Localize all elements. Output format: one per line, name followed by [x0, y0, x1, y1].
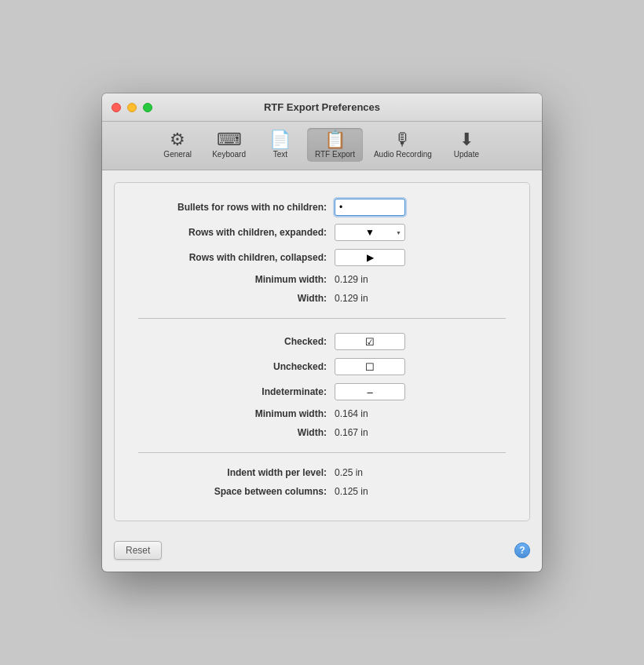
- text-icon: 📄: [269, 131, 291, 148]
- tab-update[interactable]: ⬇ Update: [443, 128, 490, 162]
- input-indeterminate[interactable]: –: [335, 383, 405, 400]
- audio-recording-icon: 🎙: [394, 131, 412, 148]
- field-row-checked: Checked: ☑: [138, 333, 506, 350]
- preferences-window: RTF Export Preferences ⚙ General ⌨ Keybo…: [102, 93, 542, 572]
- field-row-rows-collapsed: Rows with children, collapsed: ▶: [138, 249, 506, 266]
- value-width-2: 0.167 in: [335, 427, 368, 438]
- dropdown-rows-expanded[interactable]: ▼: [335, 224, 405, 241]
- minimize-button[interactable]: [127, 103, 137, 112]
- bullets-section: Bullets for rows with no children: Rows …: [138, 199, 506, 304]
- rows-collapsed-value: ▶: [367, 252, 374, 263]
- tab-general[interactable]: ⚙ General: [154, 128, 201, 162]
- maximize-button[interactable]: [143, 103, 152, 112]
- title-bar: RTF Export Preferences: [102, 93, 542, 122]
- main-content: Bullets for rows with no children: Rows …: [114, 182, 530, 521]
- field-row-space-columns: Space between columns: 0.125 in: [138, 486, 506, 497]
- input-unchecked[interactable]: ☐: [335, 358, 405, 375]
- field-row-width-2: Width: 0.167 in: [138, 427, 506, 438]
- help-button[interactable]: ?: [514, 543, 530, 558]
- tab-audio-recording-label: Audio Recording: [374, 150, 432, 159]
- update-icon: ⬇: [459, 131, 474, 148]
- close-button[interactable]: [112, 103, 121, 112]
- label-rows-collapsed: Rows with children, collapsed:: [138, 252, 335, 263]
- label-width-1: Width:: [138, 293, 335, 304]
- label-min-width-2: Minimum width:: [138, 408, 335, 419]
- checkboxes-section: Checked: ☑ Unchecked: ☐ Indeterminate: –…: [138, 333, 506, 438]
- field-row-indent-width: Indent width per level: 0.25 in: [138, 467, 506, 478]
- label-indeterminate: Indeterminate:: [138, 386, 335, 397]
- tab-rtf-export-label: RTF Export: [315, 150, 355, 159]
- field-row-min-width-1: Minimum width: 0.129 in: [138, 274, 506, 285]
- label-checked: Checked:: [138, 336, 335, 347]
- label-unchecked: Unchecked:: [138, 361, 335, 372]
- label-min-width-1: Minimum width:: [138, 274, 335, 285]
- input-bullets-no-children[interactable]: [335, 199, 405, 216]
- tab-audio-recording[interactable]: 🎙 Audio Recording: [366, 128, 440, 162]
- window-controls: [112, 103, 152, 112]
- field-row-unchecked: Unchecked: ☐: [138, 358, 506, 375]
- field-row-min-width-2: Minimum width: 0.164 in: [138, 408, 506, 419]
- reset-button[interactable]: Reset: [114, 541, 162, 560]
- input-rows-collapsed[interactable]: ▶: [335, 249, 405, 266]
- value-space-columns: 0.125 in: [335, 486, 368, 497]
- checked-symbol: ☑: [365, 336, 375, 348]
- field-row-rows-expanded: Rows with children, expanded: ▼: [138, 224, 506, 241]
- tab-general-label: General: [163, 150, 192, 159]
- value-min-width-1: 0.129 in: [335, 274, 368, 285]
- tab-keyboard[interactable]: ⌨ Keyboard: [204, 128, 254, 162]
- rtf-export-icon: 📋: [324, 131, 346, 148]
- tab-keyboard-label: Keyboard: [212, 150, 246, 159]
- tab-text[interactable]: 📄 Text: [257, 128, 304, 162]
- value-min-width-2: 0.164 in: [335, 408, 368, 419]
- input-checked[interactable]: ☑: [335, 333, 405, 350]
- field-row-indeterminate: Indeterminate: –: [138, 383, 506, 400]
- value-indent-width: 0.25 in: [335, 467, 363, 478]
- dropdown-rows-expanded-value: ▼: [365, 227, 375, 238]
- label-space-columns: Space between columns:: [138, 486, 335, 497]
- divider-2: [138, 452, 506, 453]
- label-indent-width: Indent width per level:: [138, 467, 335, 478]
- keyboard-icon: ⌨: [217, 131, 242, 148]
- label-rows-expanded: Rows with children, expanded:: [138, 227, 335, 238]
- tab-text-label: Text: [273, 150, 287, 159]
- bottom-bar: Reset ?: [102, 533, 542, 572]
- indent-section: Indent width per level: 0.25 in Space be…: [138, 467, 506, 497]
- field-row-width-1: Width: 0.129 in: [138, 293, 506, 304]
- value-width-1: 0.129 in: [335, 293, 368, 304]
- label-width-2: Width:: [138, 427, 335, 438]
- tab-rtf-export[interactable]: 📋 RTF Export: [307, 128, 363, 162]
- label-bullets-no-children: Bullets for rows with no children:: [138, 202, 335, 213]
- divider-1: [138, 318, 506, 319]
- toolbar: ⚙ General ⌨ Keyboard 📄 Text 📋 RTF Export…: [102, 122, 542, 170]
- tab-update-label: Update: [454, 150, 479, 159]
- window-title: RTF Export Preferences: [264, 101, 380, 113]
- unchecked-symbol: ☐: [365, 361, 375, 373]
- indeterminate-symbol: –: [367, 386, 372, 398]
- general-icon: ⚙: [170, 131, 185, 148]
- field-row-bullets-no-children: Bullets for rows with no children:: [138, 199, 506, 216]
